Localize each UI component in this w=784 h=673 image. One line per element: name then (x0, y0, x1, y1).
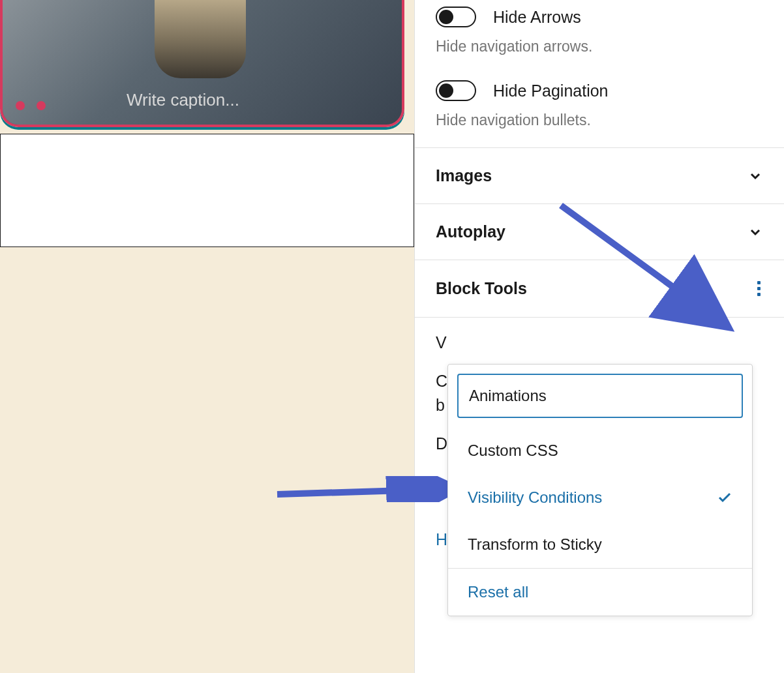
menu-item-reset-all[interactable]: Reset all (448, 569, 752, 616)
hide-arrows-toggle[interactable] (436, 7, 476, 27)
toggle-knob (439, 83, 453, 98)
block-tools-title: Block Tools (436, 279, 527, 298)
block-tools-section-header: Block Tools (415, 260, 784, 318)
images-section-title: Images (436, 166, 492, 185)
hide-pagination-description: Hide navigation bullets. (415, 112, 784, 147)
autoplay-section-title: Autoplay (436, 222, 505, 241)
hide-arrows-row: Hide Arrows (415, 0, 784, 38)
menu-item-label: Visibility Conditions (468, 488, 602, 507)
empty-paragraph-block[interactable] (0, 134, 414, 247)
images-section-header[interactable]: Images (415, 147, 784, 203)
pagination-dot[interactable] (37, 101, 46, 110)
menu-item-label: Transform to Sticky (468, 535, 602, 554)
hide-pagination-toggle[interactable] (436, 80, 476, 101)
menu-item-label: Animations (469, 387, 547, 405)
hide-arrows-label: Hide Arrows (493, 8, 581, 27)
editor-canvas (0, 0, 414, 673)
caption-input[interactable] (127, 90, 387, 110)
image-slider-block[interactable] (0, 0, 404, 127)
hide-arrows-description: Hide navigation arrows. (415, 38, 784, 74)
menu-item-label: Custom CSS (468, 441, 558, 460)
obscured-text: V (436, 333, 763, 352)
menu-item-visibility-conditions[interactable]: Visibility Conditions (448, 474, 752, 521)
pagination-dot[interactable] (16, 101, 25, 110)
chevron-down-icon (747, 224, 763, 240)
chevron-down-icon (747, 168, 763, 184)
menu-item-transform-sticky[interactable]: Transform to Sticky (448, 521, 752, 568)
menu-item-custom-css[interactable]: Custom CSS (448, 427, 752, 474)
check-icon (717, 490, 732, 505)
toggle-knob (439, 10, 453, 24)
slider-pagination (16, 101, 46, 110)
block-tools-options-button[interactable] (755, 278, 763, 299)
menu-item-animations[interactable]: Animations (457, 374, 743, 418)
hide-pagination-row: Hide Pagination (415, 74, 784, 112)
block-tools-dropdown: Animations Custom CSS Visibility Conditi… (447, 364, 753, 616)
autoplay-section-header[interactable]: Autoplay (415, 203, 784, 260)
hide-pagination-label: Hide Pagination (493, 82, 609, 100)
menu-item-label: Reset all (468, 583, 528, 601)
